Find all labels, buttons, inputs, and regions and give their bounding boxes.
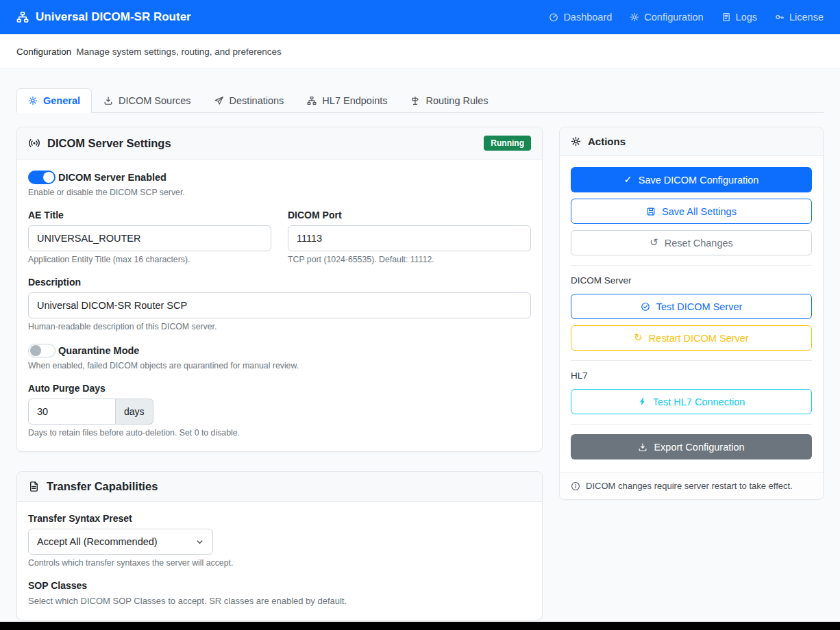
test-dicom-server-label: Test DICOM Server bbox=[656, 301, 743, 312]
nav-license[interactable]: License bbox=[775, 12, 824, 23]
reset-changes-button[interactable]: ↺ Reset Changes bbox=[571, 230, 812, 255]
restart-dicom-server-button[interactable]: ↻ Restart DICOM Server bbox=[571, 325, 812, 351]
restart-dicom-server-label: Restart DICOM Server bbox=[649, 333, 749, 344]
tab-routing-rules[interactable]: Routing Rules bbox=[399, 88, 499, 113]
tab-routing-rules-label: Routing Rules bbox=[425, 95, 488, 106]
tab-dicom-sources[interactable]: DICOM Sources bbox=[92, 88, 203, 113]
reset-icon: ↺ bbox=[650, 238, 658, 248]
test-hl7-connection-label: Test HL7 Connection bbox=[653, 396, 745, 407]
journal-icon bbox=[721, 12, 731, 22]
gear-icon bbox=[28, 96, 38, 105]
signpost-icon bbox=[410, 96, 420, 105]
check-circle-icon bbox=[641, 302, 650, 312]
dicom-card-header: DICOM Server Settings Running bbox=[17, 127, 542, 160]
save-dicom-configuration-button[interactable]: ✓ Save DICOM Configuration bbox=[571, 167, 812, 192]
dicom-server-section-label: DICOM Server bbox=[571, 275, 812, 286]
dicom-port-label: DICOM Port bbox=[288, 210, 531, 220]
transfer-capabilities-card: Transfer Capabilities Transfer Syntax Pr… bbox=[16, 471, 543, 620]
divider bbox=[571, 360, 812, 361]
test-dicom-server-button[interactable]: Test DICOM Server bbox=[571, 294, 812, 319]
quarantine-mode-label: Quarantine Mode bbox=[58, 345, 139, 356]
status-badge: Running bbox=[484, 136, 531, 151]
actions-card-header: Actions bbox=[560, 127, 823, 156]
dicom-port-input[interactable] bbox=[288, 225, 531, 251]
save-icon bbox=[646, 207, 656, 216]
tab-destinations[interactable]: Destinations bbox=[203, 88, 296, 113]
gear-icon bbox=[630, 12, 639, 22]
tab-destinations-label: Destinations bbox=[230, 95, 284, 106]
ae-title-label: AE Title bbox=[28, 210, 271, 220]
export-configuration-button[interactable]: Export Configuration bbox=[571, 434, 812, 459]
dicom-port-help: TCP port (1024-65535). Default: 11112. bbox=[288, 255, 531, 264]
lightning-icon bbox=[638, 397, 647, 406]
auto-purge-unit: days bbox=[116, 399, 153, 425]
actions-card-title: Actions bbox=[588, 136, 626, 147]
nav-dashboard[interactable]: Dashboard bbox=[549, 12, 612, 23]
divider bbox=[571, 424, 812, 425]
transfer-syntax-select[interactable]: Accept All (Recommended) bbox=[28, 529, 213, 555]
key-icon bbox=[775, 12, 785, 22]
broadcast-icon bbox=[28, 137, 40, 149]
actions-footer-note: DICOM changes require server restart to … bbox=[586, 481, 793, 491]
config-tabs: General DICOM Sources Destinations HL7 E… bbox=[16, 88, 824, 113]
description-input[interactable] bbox=[28, 292, 531, 318]
save-all-settings-button[interactable]: Save All Settings bbox=[571, 199, 812, 224]
dicom-server-enabled-help: Enable or disable the DICOM SCP server. bbox=[28, 188, 531, 197]
nav-logs-label: Logs bbox=[736, 12, 757, 23]
chevron-down-icon bbox=[195, 538, 204, 546]
dicom-server-enabled-toggle[interactable] bbox=[28, 171, 55, 184]
send-icon bbox=[214, 96, 224, 105]
dicom-server-enabled-label: DICOM Server Enabled bbox=[58, 172, 166, 183]
ae-title-input[interactable] bbox=[28, 225, 271, 251]
restart-icon: ↻ bbox=[634, 333, 643, 343]
save-dicom-configuration-label: Save DICOM Configuration bbox=[639, 175, 759, 186]
screen-edge bbox=[0, 622, 840, 630]
speedometer-icon bbox=[549, 12, 558, 22]
save-all-settings-label: Save All Settings bbox=[662, 206, 737, 217]
nav-logs[interactable]: Logs bbox=[721, 12, 757, 23]
description-label: Description bbox=[28, 277, 531, 288]
page-subtitle: Manage system settings, routing, and pre… bbox=[76, 47, 281, 57]
tab-general[interactable]: General bbox=[16, 88, 92, 113]
tab-general-label: General bbox=[43, 95, 80, 106]
transfer-syntax-preset-label: Transfer Syntax Preset bbox=[28, 513, 531, 524]
description-help: Human-readable description of this DICOM… bbox=[28, 322, 531, 331]
transfer-card-header: Transfer Capabilities bbox=[17, 472, 542, 502]
info-icon bbox=[571, 481, 580, 491]
router-diagram-icon bbox=[16, 11, 29, 23]
diagram-icon bbox=[307, 96, 317, 105]
navbar-menu: Dashboard Configuration Logs License bbox=[549, 12, 824, 23]
top-navbar: Universal DICOM-SR Router Dashboard Conf… bbox=[0, 0, 840, 34]
tab-hl7-endpoints[interactable]: HL7 Endpoints bbox=[295, 88, 399, 113]
toggle-knob bbox=[43, 172, 54, 183]
page-subheader: Configuration Manage system settings, ro… bbox=[0, 34, 840, 69]
dicom-server-settings-card: DICOM Server Settings Running DICOM Serv… bbox=[16, 127, 543, 452]
gear-icon bbox=[571, 136, 581, 147]
transfer-syntax-help: Controls which transfer syntaxes the ser… bbox=[28, 558, 531, 568]
actions-card: Actions ✓ Save DICOM Configuration Save … bbox=[559, 127, 824, 500]
divider bbox=[571, 265, 812, 266]
quarantine-mode-toggle[interactable] bbox=[28, 344, 55, 357]
actions-card-footer: DICOM changes require server restart to … bbox=[560, 472, 823, 499]
file-text-icon bbox=[28, 481, 40, 492]
dicom-card-title: DICOM Server Settings bbox=[47, 137, 171, 150]
nav-license-label: License bbox=[789, 12, 824, 23]
auto-purge-help: Days to retain files before auto-deletio… bbox=[28, 428, 531, 438]
app-brand[interactable]: Universal DICOM-SR Router bbox=[16, 10, 191, 24]
nav-dashboard-label: Dashboard bbox=[563, 12, 612, 23]
transfer-card-title: Transfer Capabilities bbox=[47, 480, 158, 493]
hl7-section-label: HL7 bbox=[571, 370, 812, 381]
tab-hl7-endpoints-label: HL7 Endpoints bbox=[322, 95, 387, 106]
auto-purge-label: Auto Purge Days bbox=[28, 383, 531, 394]
page-title: Configuration bbox=[16, 47, 71, 57]
sop-classes-help: Select which DICOM SOP Classes to accept… bbox=[28, 596, 531, 606]
toggle-knob bbox=[30, 345, 41, 356]
nav-configuration-label: Configuration bbox=[644, 12, 703, 23]
nav-configuration[interactable]: Configuration bbox=[630, 12, 703, 23]
export-configuration-label: Export Configuration bbox=[654, 442, 744, 453]
test-hl7-connection-button[interactable]: Test HL7 Connection bbox=[571, 389, 812, 414]
tab-dicom-sources-label: DICOM Sources bbox=[119, 95, 191, 106]
reset-changes-label: Reset Changes bbox=[665, 238, 733, 249]
auto-purge-input[interactable] bbox=[28, 399, 116, 425]
check-icon: ✓ bbox=[624, 175, 632, 185]
